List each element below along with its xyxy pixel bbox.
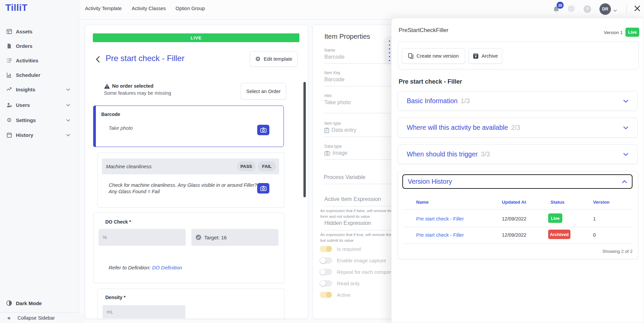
camera-button[interactable] xyxy=(257,183,269,194)
toggle-active: Active xyxy=(320,292,351,298)
tab-activity-classes[interactable]: Activity Classes xyxy=(132,6,166,11)
repeat-for-each-component-switch[interactable] xyxy=(320,269,332,275)
archive-button[interactable]: Archive xyxy=(468,48,502,64)
active-switch[interactable] xyxy=(320,292,332,298)
sidebar-item-orders[interactable]: Orders xyxy=(0,38,79,53)
machine-desc-line2: Any Glass Found = Fail xyxy=(109,189,160,194)
tab-option-group[interactable]: Option Group xyxy=(176,6,205,11)
brand-logo[interactable]: TilliT xyxy=(5,3,28,13)
history-calendar-icon xyxy=(6,132,12,138)
help-icon[interactable]: ? xyxy=(584,5,591,13)
orders-icon xyxy=(6,43,12,49)
machine-label: Machine cleanliness xyxy=(106,164,152,169)
column-header-status: Status xyxy=(551,200,564,205)
users-icon xyxy=(6,102,12,108)
app-root: Activity Template Activity Classes Optio… xyxy=(0,0,644,323)
toggle-is-required: Is required xyxy=(320,246,361,252)
version-history-header[interactable]: Version History xyxy=(402,174,633,189)
vertical-scrollbar[interactable] xyxy=(303,82,306,197)
status-badge-live: Live xyxy=(548,213,562,223)
select-order-button[interactable]: Select an Order xyxy=(241,83,286,99)
drawer-title: PreStartCheckFiller xyxy=(399,27,448,34)
section-where-available[interactable]: Where will this activity be available 2/… xyxy=(398,118,638,138)
sidebar-item-assets[interactable]: Assets xyxy=(0,24,79,39)
dark-mode-icon xyxy=(6,300,12,306)
chevron-down-icon xyxy=(66,117,70,123)
template-title: Pre start check - Filler xyxy=(106,54,184,63)
check-circle-icon xyxy=(195,234,202,240)
chevron-down-icon xyxy=(623,153,628,156)
fail-button[interactable]: FAIL xyxy=(258,161,276,171)
pass-button[interactable]: PASS xyxy=(237,161,256,171)
avatar-chevron-down-icon[interactable] xyxy=(613,7,617,13)
toggle-enable-image-capture: Enable image capture xyxy=(320,257,386,264)
history-footer-count: Showing 2 of 2 xyxy=(540,249,633,254)
enable-image-capture-switch[interactable] xyxy=(320,257,332,264)
camera-button[interactable] xyxy=(257,125,269,135)
density-label: Density * xyxy=(105,295,126,300)
machine-desc-line1: Check for machine cleanliness. Any Glass… xyxy=(109,182,257,188)
camera-icon xyxy=(260,186,267,191)
column-header-name: Name xyxy=(416,200,429,205)
assets-icon xyxy=(6,28,12,34)
chevron-up-icon xyxy=(622,180,627,183)
notification-badge: 20 xyxy=(557,2,564,9)
edit-template-button[interactable]: ⚙ Edit template xyxy=(250,51,298,67)
refer-definition-line: Refer to Definition: DO Definition xyxy=(109,265,182,270)
tab-activity-template[interactable]: Activity Template xyxy=(85,6,122,11)
chevron-down-icon xyxy=(623,99,628,103)
history-row-version: 1 xyxy=(593,216,596,222)
density-value-input[interactable] xyxy=(103,305,185,318)
sidebar-item-history[interactable]: History xyxy=(0,127,79,142)
barcode-selected-bar xyxy=(93,106,96,147)
camera-outline-icon xyxy=(324,151,330,156)
column-header-version: Version xyxy=(593,200,610,205)
toggle-repeat-component: Repeat for each component xyxy=(320,269,399,275)
scheduler-icon xyxy=(6,72,12,78)
create-new-version-button[interactable]: Create new version xyxy=(402,48,465,64)
topbar-divider xyxy=(626,4,627,13)
globe-icon[interactable] xyxy=(567,5,575,14)
section-basic-information[interactable]: Basic Information 1/3 xyxy=(398,91,638,111)
section-when-trigger[interactable]: When should this trigger 3/3 xyxy=(398,144,638,164)
chevron-down-icon xyxy=(66,86,70,92)
close-drawer-icon[interactable] xyxy=(633,4,641,14)
archive-icon xyxy=(473,53,479,59)
clipboard-icon xyxy=(324,127,329,133)
sidebar-item-scheduler[interactable]: Scheduler xyxy=(0,67,79,82)
read-only-switch[interactable] xyxy=(320,280,332,287)
is-required-switch[interactable] xyxy=(320,246,332,252)
warning-title: No order selected xyxy=(112,83,154,89)
item-properties-title: Item Properties xyxy=(324,33,370,40)
camera-icon xyxy=(260,127,267,133)
status-badge-archived: Archived xyxy=(548,230,570,239)
gear-icon: ⚙ xyxy=(255,55,261,63)
sidebar-item-activities[interactable]: Activities xyxy=(0,53,79,68)
barcode-label: Barcode xyxy=(101,112,120,117)
table-divider xyxy=(403,209,633,210)
sidebar-item-insights[interactable]: Insights xyxy=(0,82,79,97)
do-check-target-box: Target: 16 xyxy=(191,229,278,246)
live-banner: LIVE xyxy=(93,33,299,42)
do-definition-link[interactable]: DO Definition xyxy=(152,265,182,270)
activities-icon xyxy=(6,57,12,63)
column-header-updated-at: Updated At xyxy=(502,200,526,205)
history-row-updated: 12/09/2022 xyxy=(502,232,527,238)
drawer-heading: Pre start check - Filler xyxy=(399,78,462,85)
back-icon[interactable] xyxy=(96,56,100,64)
copy-icon xyxy=(408,53,413,59)
do-check-label: DO Check * xyxy=(105,219,131,225)
collapse-sidebar-button[interactable]: « Collapse Sidebar xyxy=(0,313,85,323)
table-divider xyxy=(403,243,633,244)
dark-mode-toggle[interactable]: Dark Mode xyxy=(0,296,79,311)
chevron-down-icon xyxy=(66,102,70,108)
warning-triangle-icon xyxy=(104,84,110,90)
settings-gear-icon: ⚙ xyxy=(6,117,12,123)
sidebar-item-settings[interactable]: ⚙ Settings xyxy=(0,113,79,127)
sidebar-item-users[interactable]: Users xyxy=(0,97,79,112)
avatar[interactable]: DR xyxy=(599,3,611,15)
history-row-name-link[interactable]: Pre start check - Filler xyxy=(416,216,464,222)
history-row-name-link[interactable]: Pre start check - Filler xyxy=(416,232,464,238)
barcode-hint: Take photo xyxy=(109,125,133,131)
do-check-value-input[interactable] xyxy=(99,229,186,246)
